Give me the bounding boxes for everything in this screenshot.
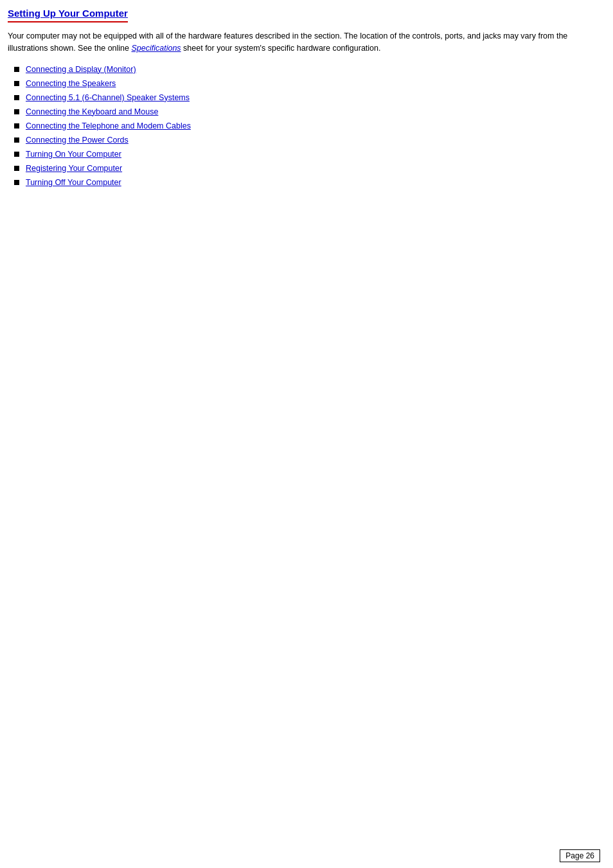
list-item: Turning Off Your Computer bbox=[14, 178, 600, 187]
page-number: Page 26 bbox=[560, 849, 600, 862]
toc-link[interactable]: Connecting the Speakers bbox=[26, 79, 116, 88]
intro-paragraph: Your computer may not be equipped with a… bbox=[8, 30, 599, 55]
toc-link[interactable]: Connecting a Display (Monitor) bbox=[26, 65, 136, 74]
list-item: Connecting 5.1 (6-Channel) Speaker Syste… bbox=[14, 93, 600, 102]
list-item: Connecting the Telephone and Modem Cable… bbox=[14, 121, 600, 130]
bullet-icon bbox=[14, 109, 19, 114]
list-item: Registering Your Computer bbox=[14, 164, 600, 173]
toc-link[interactable]: Turning Off Your Computer bbox=[26, 178, 121, 187]
bullet-icon bbox=[14, 67, 19, 72]
specifications-link[interactable]: Specifications bbox=[131, 44, 181, 53]
bullet-icon bbox=[14, 137, 19, 143]
bullet-icon bbox=[14, 95, 19, 100]
page-title: Setting Up Your Computer bbox=[8, 8, 128, 22]
list-item: Connecting the Speakers bbox=[14, 79, 600, 88]
bullet-icon bbox=[14, 81, 19, 86]
bullet-icon bbox=[14, 152, 19, 157]
toc-link[interactable]: Registering Your Computer bbox=[26, 164, 122, 173]
bullet-icon bbox=[14, 180, 19, 185]
bullet-icon bbox=[14, 123, 19, 128]
list-item: Connecting a Display (Monitor) bbox=[14, 65, 600, 74]
page-number-container: Page 26 bbox=[560, 851, 600, 860]
list-item: Connecting the Keyboard and Mouse bbox=[14, 107, 600, 116]
page-container: Setting Up Your Computer Your computer m… bbox=[0, 0, 613, 218]
list-item: Turning On Your Computer bbox=[14, 150, 600, 159]
bullet-icon bbox=[14, 166, 19, 171]
toc-link[interactable]: Connecting the Power Cords bbox=[26, 136, 129, 145]
intro-text-after: sheet for your system's specific hardwar… bbox=[181, 44, 381, 53]
toc-link[interactable]: Turning On Your Computer bbox=[26, 150, 121, 159]
toc-link[interactable]: Connecting the Keyboard and Mouse bbox=[26, 107, 158, 116]
toc-link[interactable]: Connecting the Telephone and Modem Cable… bbox=[26, 121, 191, 130]
toc-link[interactable]: Connecting 5.1 (6-Channel) Speaker Syste… bbox=[26, 93, 190, 102]
list-item: Connecting the Power Cords bbox=[14, 136, 600, 145]
toc-list: Connecting a Display (Monitor)Connecting… bbox=[8, 65, 600, 187]
